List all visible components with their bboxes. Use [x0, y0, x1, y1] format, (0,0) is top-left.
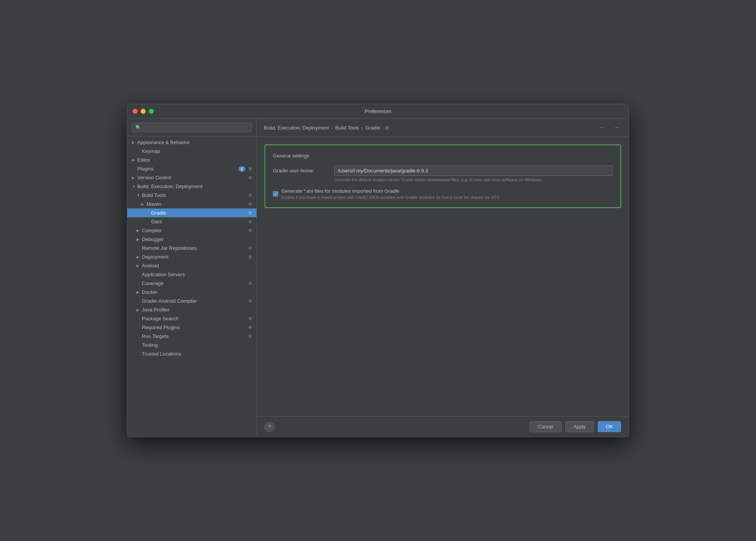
- breadcrumb-part-2: Build Tools: [335, 125, 359, 131]
- settings-icon: ⊞: [248, 228, 252, 233]
- sidebar-item-build-execution-deployment[interactable]: ▼ Build, Execution, Deployment: [127, 182, 256, 191]
- sidebar-item-appearance-behavior[interactable]: ▶ Appearance & Behavior: [127, 138, 256, 147]
- sidebar-item-label: Debugger: [142, 236, 252, 242]
- settings-icon: ⊞: [248, 298, 252, 303]
- sidebar-item-debugger[interactable]: ▶ Debugger: [127, 235, 256, 244]
- sidebar-item-label: Remote Jar Repositories: [142, 245, 247, 251]
- checkbox-label: Generate *.iml files for modules importe…: [281, 188, 500, 194]
- search-input[interactable]: [143, 125, 248, 130]
- sidebar-item-label: Deployment: [142, 254, 247, 260]
- sidebar-item-run-targets[interactable]: Run Targets ⊞: [127, 332, 256, 341]
- sidebar-item-label: Compiler: [142, 228, 247, 233]
- dialog-title: Preferences: [365, 108, 391, 114]
- panel-body: General settings Gradle user home: Overr…: [257, 137, 629, 416]
- sidebar-item-label: Required Plugins: [142, 325, 247, 330]
- sidebar-item-testing[interactable]: Testing: [127, 341, 256, 349]
- chevron-right-icon: ▶: [141, 202, 146, 206]
- chevron-right-icon: ▶: [136, 290, 142, 294]
- sidebar-item-docker[interactable]: ▶ Docker: [127, 288, 256, 297]
- sidebar-item-package-search[interactable]: Package Search ⊞: [127, 314, 256, 323]
- search-wrap[interactable]: 🔍: [132, 123, 252, 132]
- chevron-right-icon: ▶: [132, 140, 137, 144]
- sidebar-item-java-profiler[interactable]: ▶ Java Profiler: [127, 305, 256, 314]
- sidebar-item-gradle-android-compiler[interactable]: Gradle-Android Compiler ⊞: [127, 297, 256, 305]
- sidebar-item-version-control[interactable]: ▶ Version Control ⊞: [127, 173, 256, 182]
- sidebar-item-label: Maven: [146, 201, 247, 207]
- settings-icon: ⊞: [385, 125, 389, 131]
- sidebar-item-editor[interactable]: ▶ Editor: [127, 156, 256, 164]
- sidebar-item-label: Gradle: [151, 210, 247, 216]
- sidebar-items: ▶ Appearance & Behavior Keymap ▶ Editor …: [127, 136, 256, 437]
- sidebar-item-label: Appearance & Behavior: [137, 139, 252, 145]
- sidebar-item-compiler[interactable]: ▶ Compiler ⊞: [127, 226, 256, 235]
- sidebar-item-trusted-locations[interactable]: Trusted Locations: [127, 349, 256, 358]
- sidebar-item-label: Gradle-Android Compiler: [142, 298, 247, 304]
- sidebar-item-android[interactable]: ▶ Android: [127, 261, 256, 270]
- cancel-button[interactable]: Cancel: [530, 421, 561, 432]
- settings-icon: ⊞: [248, 219, 252, 224]
- chevron-right-icon: ▶: [136, 228, 142, 233]
- preferences-dialog: Preferences 🔍 ▶ Appearance & Behavior: [127, 104, 629, 437]
- settings-icon: ⊞: [248, 246, 252, 251]
- help-button[interactable]: ?: [265, 422, 274, 432]
- sidebar-item-maven[interactable]: ▶ Maven ⊞: [127, 200, 256, 208]
- iml-checkbox-wrap[interactable]: ✓ Generate *.iml files for modules impor…: [273, 188, 500, 200]
- sidebar-item-keymap[interactable]: Keymap: [127, 147, 256, 156]
- ok-button[interactable]: OK: [598, 421, 621, 432]
- sidebar-item-application-servers[interactable]: Application Servers: [127, 270, 256, 279]
- apply-button[interactable]: Apply: [565, 421, 594, 432]
- settings-icon: ⊞: [248, 334, 252, 339]
- maximize-button[interactable]: [149, 109, 154, 114]
- sidebar: 🔍 ▶ Appearance & Behavior Keymap ▶: [127, 119, 257, 437]
- checkbox-desc: Enable if you have a mixed project with …: [281, 195, 500, 200]
- sidebar-item-label: Keymap: [142, 148, 252, 154]
- sidebar-item-required-plugins[interactable]: Required Plugins ⊞: [127, 323, 256, 332]
- forward-arrow[interactable]: →: [611, 123, 622, 132]
- minimize-button[interactable]: [141, 109, 146, 114]
- back-arrow[interactable]: ←: [597, 123, 608, 132]
- sidebar-item-remote-jar-repositories[interactable]: Remote Jar Repositories ⊞: [127, 244, 256, 252]
- breadcrumb-part-3: Gradle: [365, 125, 380, 131]
- settings-icon: ⊞: [248, 254, 252, 259]
- breadcrumb-sep-1: ›: [331, 125, 333, 131]
- breadcrumb-part-1: Build, Execution, Deployment: [264, 125, 329, 131]
- settings-icon: ⊞: [248, 193, 252, 198]
- sidebar-item-label: Editor: [137, 157, 252, 163]
- section-title: General settings: [273, 153, 613, 159]
- iml-checkbox[interactable]: ✓: [273, 191, 278, 197]
- settings-icon: ⊞: [248, 316, 252, 321]
- sidebar-item-label: Coverage: [142, 280, 247, 286]
- sidebar-item-build-tools[interactable]: ▼ Build Tools ⊞: [127, 191, 256, 200]
- settings-icon: ⊞: [248, 202, 252, 207]
- sidebar-item-gant[interactable]: Gant ⊞: [127, 217, 256, 226]
- breadcrumb: Build, Execution, Deployment › Build Too…: [257, 119, 629, 137]
- sidebar-item-label: Build Tools: [142, 192, 247, 198]
- checkbox-text-wrap: Generate *.iml files for modules importe…: [281, 188, 500, 200]
- plugins-badge: 6: [238, 166, 245, 172]
- settings-icon: ⊞: [248, 210, 252, 215]
- sidebar-item-label: Plugins: [137, 166, 238, 172]
- settings-icon: ⊞: [248, 166, 252, 171]
- sidebar-item-deployment[interactable]: ▶ Deployment ⊞: [127, 252, 256, 261]
- chevron-right-icon: ▶: [136, 308, 142, 312]
- sidebar-item-gradle[interactable]: Gradle ⊞: [127, 208, 256, 217]
- title-bar: Preferences: [127, 104, 629, 119]
- chevron-right-icon: ▶: [136, 255, 142, 259]
- sidebar-item-label: Version Control: [137, 175, 247, 180]
- checkmark-icon: ✓: [274, 192, 277, 196]
- sidebar-item-label: Testing: [142, 342, 252, 348]
- close-button[interactable]: [133, 109, 138, 114]
- sidebar-item-coverage[interactable]: Coverage ⊞: [127, 279, 256, 288]
- sidebar-item-plugins[interactable]: Plugins 6 ⊞: [127, 164, 256, 173]
- gradle-home-input[interactable]: [334, 166, 613, 176]
- sidebar-item-label: Android: [142, 263, 252, 269]
- search-bar: 🔍: [127, 119, 256, 136]
- sidebar-item-label: Package Search: [142, 316, 247, 321]
- main-content: 🔍 ▶ Appearance & Behavior Keymap ▶: [127, 119, 629, 437]
- gradle-home-label: Gradle user home:: [273, 168, 334, 174]
- sidebar-item-label: Docker: [142, 289, 252, 295]
- checkbox-row: ✓ Generate *.iml files for modules impor…: [273, 187, 613, 200]
- settings-box: General settings Gradle user home: Overr…: [265, 144, 621, 208]
- gradle-home-hint: Override the default location where Grad…: [334, 177, 613, 182]
- sidebar-item-label: Build, Execution, Deployment: [137, 184, 252, 189]
